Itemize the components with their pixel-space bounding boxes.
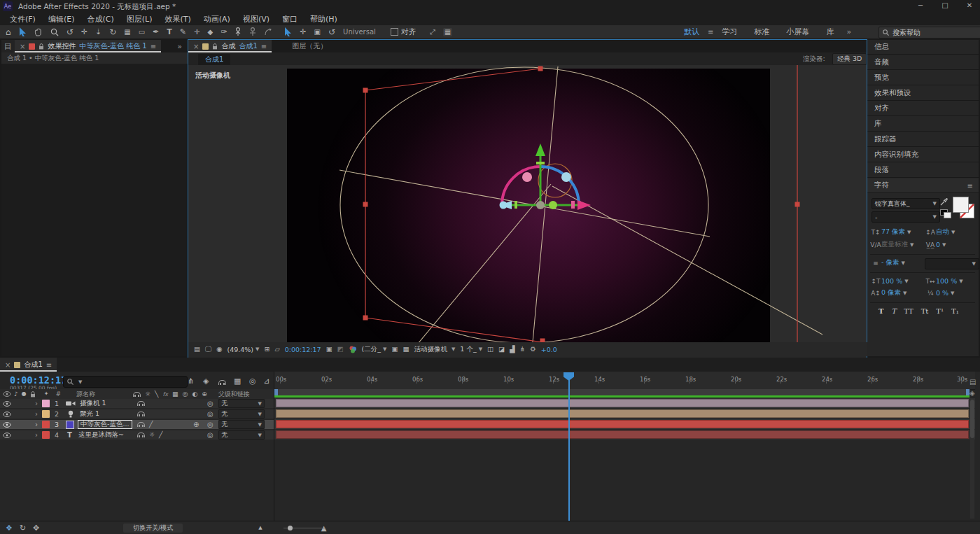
layer-label-chip[interactable] xyxy=(42,400,50,407)
viewer-pasteboard[interactable]: 活动摄像机 xyxy=(188,65,867,342)
tab-overflow-icon[interactable]: » xyxy=(177,42,186,51)
reset-exposure-icon[interactable]: ⚙ xyxy=(530,346,536,353)
snap-checkbox[interactable] xyxy=(391,28,398,36)
character-panel-menu-icon[interactable]: ≡ xyxy=(967,182,973,190)
menu-view[interactable]: 视图(V) xyxy=(237,14,275,24)
region-of-interest-icon[interactable]: ▣ xyxy=(391,346,398,353)
work-area-start-handle[interactable] xyxy=(274,389,278,395)
hand-tool-icon[interactable] xyxy=(34,28,43,36)
toggle-switches-modes-button[interactable]: 切换开关/模式 xyxy=(123,524,183,533)
all-caps-button[interactable]: TT xyxy=(904,307,913,315)
fast-previews-icon[interactable]: ◪ xyxy=(498,346,505,353)
shy-switch-icon[interactable] xyxy=(137,401,145,406)
puppet-bend-pin-tool-icon[interactable] xyxy=(264,28,272,36)
motion-blur-icon[interactable]: ◎ xyxy=(249,377,256,385)
flowchart-icon[interactable]: ⋔ xyxy=(519,346,525,353)
shy-switch-icon[interactable] xyxy=(137,412,145,416)
tsume-control[interactable]: ¼ 0 %▼ xyxy=(925,288,954,297)
puppet-advanced-pin-tool-icon[interactable] xyxy=(249,27,256,36)
minimize-button[interactable]: ─ xyxy=(913,2,927,9)
zoom-tool-icon[interactable] xyxy=(50,28,59,36)
rotation-tool-icon[interactable]: ↻ xyxy=(109,28,116,36)
snap-mask-icon[interactable]: ▦ xyxy=(443,28,452,36)
layer-name-edit-box[interactable]: 中等灰色-蓝色... xyxy=(78,420,132,429)
gizmo-y-tick[interactable] xyxy=(536,162,545,164)
effect-controls-tab[interactable]: × 效果控件 中等灰色-蓝色 纯色 1 ≡ xyxy=(15,40,161,52)
rotate-gizmo-mode-icon[interactable]: ↺ xyxy=(328,28,335,36)
viewer-timecode[interactable]: 0:00:12:17 xyxy=(285,346,321,353)
layer-bar-camera[interactable] xyxy=(276,399,969,407)
refresh-icon[interactable]: ↻ xyxy=(20,524,26,532)
layer-bar-text[interactable] xyxy=(276,430,969,439)
clone-stamp-tool-icon[interactable]: ✛ xyxy=(194,29,200,36)
subscript-button[interactable]: T₁ xyxy=(951,307,959,315)
collapse-switch-icon[interactable]: ☼ xyxy=(149,432,155,438)
parent-dropdown[interactable]: 无▼ xyxy=(218,420,265,429)
timeline-tab[interactable]: × 合成1 ≡ xyxy=(0,358,57,372)
close-button[interactable]: ✕ xyxy=(962,2,976,9)
workspace-default-menu-icon[interactable]: ≡ xyxy=(708,28,713,36)
eye-icon[interactable] xyxy=(3,412,11,417)
resolution-dropdown[interactable]: (二分_▼ xyxy=(362,345,387,354)
expand-arrow-icon[interactable]: › xyxy=(35,421,38,428)
timeline-graph-icon[interactable]: ▟ xyxy=(510,346,514,353)
panel-tracker[interactable]: 跟踪器 xyxy=(867,132,979,147)
comp-marker-bin-icon[interactable]: ▤ xyxy=(969,379,976,386)
renderer-button[interactable]: 经典 3D xyxy=(832,53,867,65)
layer-row-2[interactable]: › 2 聚光 1 ◎ 无▼ xyxy=(0,409,274,419)
lock-icon[interactable] xyxy=(212,43,218,50)
menu-composition[interactable]: 合成(C) xyxy=(81,14,119,24)
exposure-value[interactable]: +0.0 xyxy=(541,346,557,353)
world-axis-mode-icon[interactable]: ✛ xyxy=(300,28,306,36)
gizmo-scale-handle[interactable] xyxy=(549,201,557,209)
work-area-bar[interactable] xyxy=(274,389,969,395)
parent-pickwhip-icon[interactable]: ◎ xyxy=(207,411,214,418)
menu-window[interactable]: 窗口 xyxy=(276,14,303,24)
close-tab-icon[interactable]: × xyxy=(20,43,25,50)
shy-switch-icon[interactable] xyxy=(137,422,145,427)
playhead-line[interactable] xyxy=(568,373,570,521)
render-queue-icon[interactable]: ❖ xyxy=(6,524,13,532)
snap-toggle[interactable]: 对齐 xyxy=(391,27,416,37)
layer-name[interactable]: 聚光 1 xyxy=(80,409,99,419)
puppet-pin-tool-icon[interactable] xyxy=(234,27,241,36)
parent-dropdown[interactable]: 无▼ xyxy=(218,430,265,440)
layer-label-chip[interactable] xyxy=(42,431,50,439)
workspace-small-screen[interactable]: 小屏幕 xyxy=(778,27,818,37)
project-panel-tab-partial[interactable]: 目 xyxy=(1,40,15,52)
zoom-out-mountain-icon[interactable]: ▲ xyxy=(258,526,262,531)
threed-switch-icon[interactable]: ⊕ xyxy=(193,421,199,428)
transparency-grid-icon[interactable]: ▦ xyxy=(402,346,409,353)
layer-label-chip[interactable] xyxy=(42,421,50,428)
eraser-tool-icon[interactable]: ◆ xyxy=(207,29,213,36)
comp-button-icon[interactable]: ◈ xyxy=(969,390,975,397)
eye-icon[interactable] xyxy=(3,401,11,407)
current-timecode[interactable]: 0:00:12:17 xyxy=(10,374,66,386)
layer-name[interactable]: 中等灰色-蓝色... xyxy=(80,420,130,429)
layer-bar-light[interactable] xyxy=(276,409,969,418)
timeline-zoom-slider[interactable] xyxy=(284,528,326,528)
panel-menu-icon[interactable]: ≡ xyxy=(261,43,267,50)
parent-dropdown[interactable]: 无▼ xyxy=(218,399,265,408)
tracking-control[interactable]: V̲A̲ 0▼ xyxy=(925,240,946,249)
snapshot-icon[interactable]: ▣ xyxy=(326,346,332,353)
timeline-vscrollbar[interactable] xyxy=(970,400,974,519)
panel-info[interactable]: 信息 xyxy=(867,40,979,55)
panel-character[interactable]: 字符 ≡ xyxy=(867,178,979,193)
menu-help[interactable]: 帮助(H) xyxy=(304,14,343,24)
channel-monitor-icon[interactable]: ◉ xyxy=(216,346,222,353)
stroke-style-dropdown[interactable]: ▼ xyxy=(925,258,979,269)
panel-align[interactable]: 对齐 xyxy=(867,101,979,116)
panel-paragraph[interactable]: 段落 xyxy=(867,163,979,178)
close-tab-icon[interactable]: × xyxy=(193,43,199,50)
gizmo-rotate-x-handle[interactable] xyxy=(522,172,532,182)
panel-preview[interactable]: 预览 xyxy=(867,71,979,85)
panel-menu-icon[interactable]: ≡ xyxy=(150,43,156,50)
pen-tool-icon[interactable]: ✒ xyxy=(153,28,159,36)
brush-tool-icon[interactable]: ✎ xyxy=(180,28,186,36)
workspace-overflow-icon[interactable]: » xyxy=(842,27,855,36)
font-style-dropdown[interactable]: -▼ xyxy=(872,211,940,223)
leading-control[interactable]: ↕A 自动▼ xyxy=(925,227,955,237)
superscript-button[interactable]: T¹ xyxy=(936,307,944,315)
orbit-camera-tool-icon[interactable]: ↺ xyxy=(66,28,74,36)
